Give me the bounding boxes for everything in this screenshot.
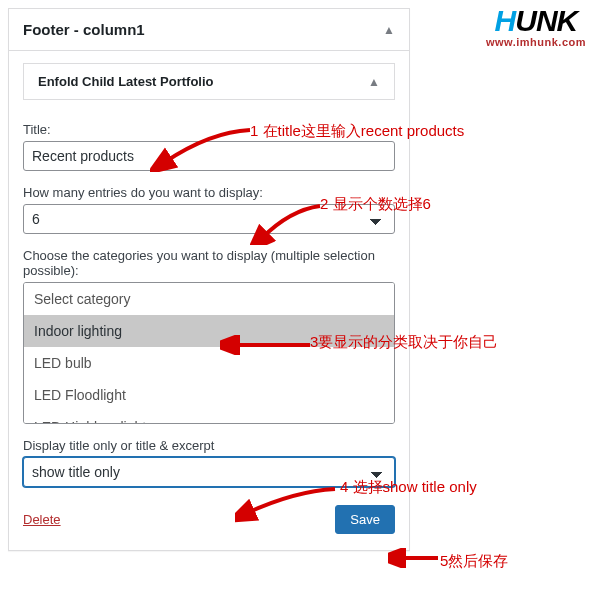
save-button[interactable]: Save <box>335 505 395 534</box>
logo: HUNK www.imhunk.com <box>486 6 586 48</box>
widget-subheader[interactable]: Enfold Child Latest Portfolio ▲ <box>23 63 395 100</box>
entries-select[interactable]: 6 <box>23 204 395 234</box>
arrow-icon <box>388 548 443 568</box>
delete-link[interactable]: Delete <box>23 512 61 527</box>
widget-footer-column1: Footer - column1 ▲ Enfold Child Latest P… <box>8 8 410 551</box>
collapse-icon[interactable]: ▲ <box>383 23 395 37</box>
annotation-5: 5然后保存 <box>440 552 508 571</box>
display-select[interactable]: show title only <box>23 457 395 487</box>
title-label: Title: <box>23 122 395 137</box>
logo-url: www.imhunk.com <box>486 36 586 48</box>
widget-header[interactable]: Footer - column1 ▲ <box>9 9 409 51</box>
entries-label: How many entries do you want to display: <box>23 185 395 200</box>
category-option[interactable]: LED Highbay light <box>24 411 394 424</box>
category-option[interactable]: LED bulb <box>24 347 394 379</box>
widget-actions: Delete Save <box>23 505 395 534</box>
widget-body: Title: How many entries do you want to d… <box>9 100 409 550</box>
categories-multiselect[interactable]: Select category Indoor lighting LED bulb… <box>23 282 395 424</box>
category-option[interactable]: Indoor lighting <box>24 315 394 347</box>
widget-header-title: Footer - column1 <box>23 21 145 38</box>
display-label: Display title only or title & excerpt <box>23 438 395 453</box>
category-option[interactable]: Select category <box>24 283 394 315</box>
collapse-icon[interactable]: ▲ <box>368 75 380 89</box>
category-option[interactable]: LED Floodlight <box>24 379 394 411</box>
logo-text: HUNK <box>486 6 586 36</box>
title-input[interactable] <box>23 141 395 171</box>
categories-label: Choose the categories you want to displa… <box>23 248 395 278</box>
widget-subheader-title: Enfold Child Latest Portfolio <box>38 74 214 89</box>
